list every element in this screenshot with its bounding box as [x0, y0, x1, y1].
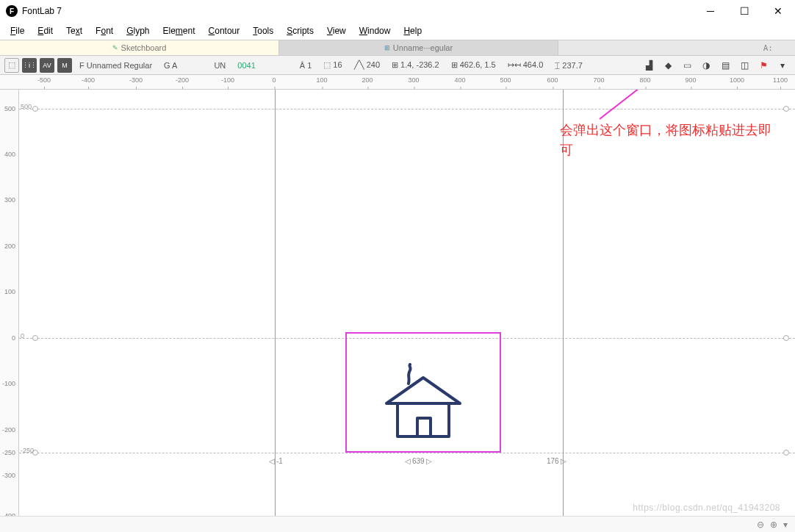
- unicode-value[interactable]: 0041: [233, 61, 259, 70]
- menu-element[interactable]: Element: [157, 24, 201, 37]
- mode-btn-0[interactable]: ⬚: [4, 58, 19, 73]
- sketchboard-icon: ✎: [112, 44, 118, 51]
- tool-select-icon[interactable]: ◫: [736, 58, 752, 73]
- guide-handle-icon[interactable]: [783, 106, 789, 112]
- menu-text[interactable]: Text: [60, 24, 88, 37]
- guide-descender: [19, 453, 795, 453]
- menu-view[interactable]: View: [321, 24, 352, 37]
- metric-e: ⊞ 462.6, 1.5: [447, 60, 500, 70]
- glyph-outline[interactable]: [379, 363, 467, 446]
- tool-rect-icon[interactable]: ▭: [679, 58, 695, 73]
- minimize-button[interactable]: ─: [694, 0, 727, 22]
- menu-window[interactable]: Window: [353, 24, 397, 37]
- menu-contour[interactable]: Contour: [203, 24, 246, 37]
- mode-btn-1[interactable]: ⋮i⋮: [22, 58, 37, 73]
- menu-bar: File Edit Text Font Glyph Element Contou…: [0, 22, 795, 40]
- close-button[interactable]: ✕: [761, 0, 795, 22]
- tool-flag-icon[interactable]: ⚑: [755, 58, 771, 73]
- svg-line-0: [600, 90, 666, 119]
- glyph-canvas[interactable]: 500 0 -250 ◁ -1 ◁ 639 ▷ 176 ▷ 会弹出这个窗口，将图…: [19, 90, 795, 516]
- tab-bar: ✎ Sketchboard ⊞ Unname···egular A:: [0, 40, 795, 56]
- workspace: 500 400 300 200 100 0 -100 -200 -250 -30…: [0, 90, 795, 516]
- tool-ink-icon[interactable]: ▟: [641, 58, 657, 73]
- menu-tools[interactable]: Tools: [247, 24, 279, 37]
- menu-help[interactable]: Help: [398, 24, 428, 37]
- status-bar: ⊖ ⊕ ▾: [0, 516, 795, 532]
- app-title: FontLab 7: [22, 6, 694, 16]
- font-name-label: F Unnamed Regular: [75, 61, 157, 70]
- app-icon: F: [6, 5, 18, 17]
- metric-label: 500: [21, 103, 32, 110]
- zoom-dropdown-icon[interactable]: ▾: [783, 520, 788, 530]
- metric-label: -250: [21, 447, 34, 454]
- metric-c: ╱╲ 240: [350, 60, 384, 70]
- menu-edit[interactable]: Edit: [32, 24, 59, 37]
- metric-b: ⬚ 16: [319, 60, 346, 70]
- guide-handle-icon[interactable]: [32, 106, 38, 112]
- tab-sketchboard[interactable]: ✎ Sketchboard: [0, 40, 279, 55]
- tool-drop-icon[interactable]: ◆: [660, 58, 676, 73]
- menu-file[interactable]: File: [4, 24, 30, 37]
- zoom-in-icon[interactable]: ⊕: [770, 520, 777, 530]
- metric-g: ⌶ 237.7: [550, 61, 587, 70]
- metric-d: ⊞ 1.4, -236.2: [387, 60, 444, 70]
- maximize-button[interactable]: ☐: [727, 0, 761, 22]
- watermark-text: https://blog.csdn.net/qq_41943208: [633, 503, 780, 513]
- zoom-out-icon[interactable]: ⊖: [757, 520, 764, 530]
- a-field-label: A:: [741, 40, 795, 55]
- glyph-tab-icon: ⊞: [384, 44, 390, 51]
- guide-handle-icon[interactable]: [783, 335, 789, 341]
- title-bar: F FontLab 7 ─ ☐ ✕: [0, 0, 795, 22]
- tool-layers-icon[interactable]: ▤: [717, 58, 733, 73]
- menu-glyph[interactable]: Glyph: [120, 24, 155, 37]
- guide-handle-icon[interactable]: [32, 335, 38, 341]
- tool-more-icon[interactable]: ▾: [774, 58, 791, 73]
- metric-a: Â 1: [295, 61, 317, 70]
- ruler-vertical: 500 400 300 200 100 0 -100 -200 -250 -30…: [0, 90, 19, 516]
- menu-font[interactable]: Font: [90, 24, 119, 37]
- guide-lsb: [275, 90, 276, 516]
- guide-handle-icon[interactable]: [783, 450, 789, 456]
- ruler-horizontal: -500 -400 -300 -200 -100 0 100 200 300 4…: [0, 75, 795, 90]
- width-marker[interactable]: ◁ 639 ▷: [405, 457, 432, 465]
- mode-btn-2[interactable]: AV: [40, 58, 54, 73]
- menu-scripts[interactable]: Scripts: [281, 24, 320, 37]
- tab-glyph-label: Unname···egular: [393, 43, 453, 52]
- tab-glyph[interactable]: ⊞ Unname···egular: [279, 40, 558, 55]
- rsb-marker[interactable]: 176 ▷: [547, 457, 566, 465]
- ga-label: G A: [159, 61, 181, 70]
- tab-sketchboard-label: Sketchboard: [121, 43, 167, 52]
- annotation-text: 会弹出这个窗口，将图标粘贴进去即可: [560, 121, 780, 160]
- info-toolbar: ⬚ ⋮i⋮ AV M F Unnamed Regular G A UN 0041…: [0, 56, 795, 75]
- tool-overlap-icon[interactable]: ◑: [698, 58, 714, 73]
- mode-btn-3[interactable]: M: [57, 58, 72, 73]
- un-label: UN: [209, 61, 230, 70]
- metric-label: 0: [21, 332, 24, 339]
- metric-f: ↦↤ 464.0: [503, 60, 548, 70]
- lsb-marker[interactable]: ◁ -1: [269, 457, 283, 465]
